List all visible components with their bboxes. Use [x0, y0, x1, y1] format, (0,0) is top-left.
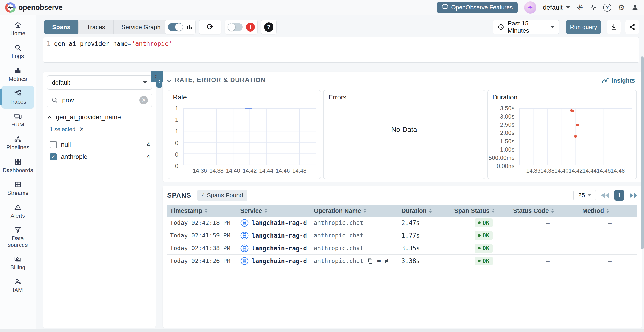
include-filter-icon[interactable]: =	[377, 257, 381, 265]
time-range-value: Past 15 Minutes	[508, 20, 548, 34]
rate-chart-title: Rate	[173, 94, 187, 101]
user-avatar-icon[interactable]	[631, 4, 639, 11]
funnel-icon	[14, 226, 22, 234]
sidebar-item-billing[interactable]: Billing	[0, 251, 36, 274]
sidebar-item-pipelines[interactable]: Pipelines	[0, 132, 36, 154]
span-row[interactable]: Today 02:41:59 PM langchain-rag-d anthro…	[167, 229, 638, 242]
duration-ytick: 0.00ns	[497, 163, 514, 169]
tab-service-graph[interactable]: Service Graph	[114, 20, 169, 34]
selected-summary-row: 1 selected ✕ = ≠	[47, 126, 152, 133]
refresh-card[interactable]: ⟳	[199, 20, 222, 34]
col-status-code[interactable]: Status Code	[513, 207, 582, 214]
insights-label: Insights	[612, 77, 635, 84]
query-help-card[interactable]: ?	[261, 20, 276, 34]
current-page-button[interactable]: 1	[614, 190, 624, 200]
field-group-header[interactable]: gen_ai_provider_name	[47, 114, 152, 121]
run-query-button[interactable]: Run query	[566, 20, 601, 34]
query-operator: =	[128, 40, 132, 47]
vertical-scrollbar[interactable]	[641, 56, 644, 249]
status-dot-icon	[478, 260, 480, 262]
rate-xtick: 14:44	[259, 167, 273, 174]
checkbox-unchecked[interactable]	[50, 141, 57, 148]
help-icon[interactable]: ?	[603, 3, 611, 11]
sidebar-item-alerts[interactable]: Alerts	[0, 200, 36, 223]
duration-chart-card: Duration 3.50s 3.00s 2.50s 2.00s 1.50s 1…	[487, 90, 637, 179]
col-method[interactable]: Method	[582, 207, 638, 214]
tab-spans[interactable]: Spans	[44, 20, 79, 34]
red-header[interactable]: RATE, ERROR & DURATION	[168, 76, 637, 84]
org-selector[interactable]: default	[543, 4, 570, 11]
duration-xtick: 14:40	[554, 167, 568, 174]
fields-filter-panel: default ✕ gen_ai_provider_name 1 selecte…	[43, 72, 156, 328]
download-button[interactable]	[607, 20, 621, 34]
field-value-row-anthropic[interactable]: ✓ anthropic 4	[47, 151, 152, 163]
status-badge: OK	[475, 244, 493, 253]
settings-gear-icon[interactable]: ⚙	[618, 4, 625, 11]
sidebar-item-iam[interactable]: IAM	[0, 274, 36, 297]
col-operation[interactable]: Operation Name	[314, 207, 402, 214]
rate-plot[interactable]: 14:36 14:38 14:40 14:42 14:44 14:46 14:4…	[183, 108, 316, 165]
chevron-down-icon	[566, 6, 570, 9]
last-page-button[interactable]	[630, 193, 638, 198]
col-timestamp[interactable]: Timestamp	[170, 207, 240, 214]
sidebar-item-rum[interactable]: RUM	[0, 109, 36, 132]
red-metrics-panel: RATE, ERROR & DURATION Insights Rate 1 1…	[162, 72, 642, 182]
stream-select[interactable]: default	[47, 75, 152, 90]
first-page-button[interactable]	[601, 193, 609, 198]
query-editor[interactable]: 1 gen_ai_provider_name='anthropic'	[43, 37, 639, 63]
checkbox-checked[interactable]: ✓	[50, 153, 57, 160]
tab-traces[interactable]: Traces	[79, 20, 114, 34]
sidebar-item-streams[interactable]: Streams	[0, 177, 36, 200]
errors-toggle[interactable]	[228, 23, 242, 31]
duration-plot[interactable]: 14:36 14:38 14:40 14:42 14:44 14:46 14:4…	[519, 108, 632, 165]
duration-xtick: 14:36	[526, 167, 540, 174]
slack-icon[interactable]	[590, 4, 597, 11]
field-search-input[interactable]	[62, 97, 136, 104]
col-service[interactable]: Service	[240, 207, 314, 214]
sidebar-item-traces[interactable]: Traces	[2, 86, 34, 109]
time-range-select[interactable]: Past 15 Minutes	[493, 20, 559, 34]
errors-chart-title: Errors	[328, 94, 346, 101]
copy-icon[interactable]	[367, 258, 373, 264]
sidebar-item-dashboards[interactable]: Dashboards	[0, 154, 36, 177]
chevron-down-icon	[143, 81, 147, 84]
field-value-row-null[interactable]: null 4	[47, 139, 152, 151]
field-name: gen_ai_provider_name	[56, 114, 121, 121]
insights-link[interactable]: Insights	[602, 77, 635, 84]
app-root: openobserve OpenObserve Features ✦ defau…	[0, 0, 644, 332]
service-icon	[240, 257, 249, 265]
search-icon	[51, 96, 58, 104]
sidebar-item-home[interactable]: Home	[0, 17, 36, 40]
openobserve-logo[interactable]: openobserve	[5, 2, 62, 13]
ai-assistant-button[interactable]: ✦	[524, 1, 536, 14]
warning-triangle-icon	[14, 203, 22, 211]
col-duration[interactable]: Duration	[402, 207, 454, 214]
rows-per-page-select[interactable]: 25	[573, 190, 596, 201]
rate-xtick: 14:46	[276, 167, 290, 174]
download-icon	[610, 23, 618, 30]
col-span-status[interactable]: Span Status	[454, 207, 513, 214]
span-row[interactable]: Today 02:41:38 PM langchain-rag-d anthro…	[167, 242, 638, 255]
collapse-panel-handle[interactable]: ‹	[156, 74, 162, 88]
clear-selection-icon[interactable]: ✕	[79, 126, 84, 133]
horizontal-scrollbar[interactable]	[0, 329, 644, 332]
share-icon	[629, 23, 636, 30]
span-row[interactable]: Today 02:41:26 PM langchain-rag-d anthro…	[167, 255, 638, 267]
histogram-toggle[interactable]	[168, 23, 183, 31]
query-value: 'anthropic'	[132, 40, 172, 47]
rate-xtick: 14:42	[242, 167, 257, 174]
sidebar-item-data-sources[interactable]: Data sources	[0, 223, 36, 251]
devices-icon	[14, 112, 22, 120]
exclude-filter-icon[interactable]: ≠	[385, 257, 388, 265]
spans-table-header: Timestamp Service Operation Name Duratio…	[167, 205, 638, 217]
sidebar-item-logs[interactable]: Logs	[0, 40, 36, 63]
window-grid-icon	[14, 180, 22, 188]
features-button[interactable]: OpenObserve Features	[437, 2, 517, 13]
share-button[interactable]	[625, 20, 639, 34]
service-icon	[240, 231, 249, 240]
clear-search-icon[interactable]: ✕	[140, 96, 148, 104]
sidebar-item-metrics[interactable]: Metrics	[0, 63, 36, 86]
span-row[interactable]: Today 02:42:18 PM langchain-rag-d anthro…	[167, 217, 638, 229]
theme-sun-icon[interactable]: ☀	[576, 4, 583, 11]
query-help-icon: ?	[264, 22, 274, 32]
